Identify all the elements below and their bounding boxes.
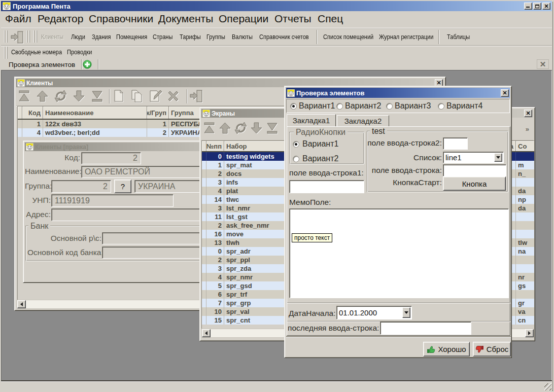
test-group-title: test [370, 127, 387, 136]
menu-item-4[interactable]: Документы [158, 13, 213, 25]
input3-field[interactable] [443, 164, 506, 176]
tab-zakladka1[interactable]: Закладка1 [287, 114, 336, 127]
input2-field[interactable] [443, 137, 468, 150]
unp-field[interactable]: 11191919 [51, 194, 174, 207]
minimize-button[interactable] [524, 3, 532, 10]
refresh-button[interactable] [233, 121, 251, 136]
table-cell [202, 290, 206, 299]
table-cell [202, 161, 206, 169]
gruppa-lookup-button[interactable]: ? [114, 180, 131, 193]
column-header[interactable]: Со [516, 141, 534, 151]
spisok-combobox[interactable]: line1 [443, 152, 504, 163]
toolbar-drag-handle[interactable] [26, 30, 30, 43]
toolbar-button[interactable]: Страны [153, 33, 172, 41]
radio-вариант3[interactable] [386, 103, 393, 110]
toolbar-button[interactable]: Список помещений [323, 33, 373, 41]
nav-first-button[interactable] [17, 89, 34, 104]
window-proverka-elementov[interactable]: Проверка элементов ✕ Вариант1Вариант2Вар… [284, 86, 512, 358]
doc-edit-button[interactable] [148, 89, 165, 104]
radio-вариант4[interactable] [438, 103, 444, 110]
toolbar-button[interactable]: Клиенты [41, 33, 63, 41]
ekrany-title: Экраны [212, 110, 235, 117]
tab-zakladka2[interactable]: Закладка2 [337, 115, 389, 127]
knopka-button[interactable]: Кнопка [443, 176, 506, 191]
reset-button[interactable]: Сброс [473, 342, 511, 357]
scroll-right-button[interactable] [525, 329, 534, 337]
doc-new-button[interactable] [111, 89, 128, 104]
doc-copy-button[interactable] [129, 89, 147, 104]
table-cell: 3 [206, 264, 224, 273]
memo-field[interactable]: просто текст [289, 208, 509, 298]
toolbar-button[interactable]: Люди [71, 33, 85, 41]
maximize-button[interactable] [533, 3, 541, 10]
column-header[interactable]: Наименование [43, 106, 147, 119]
column-header[interactable]: Код [22, 106, 43, 119]
proverka-close-button[interactable]: ✕ [501, 89, 509, 97]
kod-label: Код: [25, 153, 80, 162]
ok-button[interactable]: Хорошо [423, 342, 470, 357]
tabbar-close-button[interactable]: ✕ [537, 59, 549, 69]
nav-down-button[interactable] [249, 121, 266, 136]
table-cell: 7 [206, 299, 224, 307]
nav-last-button[interactable] [90, 89, 107, 104]
toolbar-button[interactable]: Свободные номера [11, 48, 62, 56]
scroll-left-button[interactable] [17, 300, 26, 308]
exit-door-button[interactable] [189, 89, 206, 104]
data-nachala-combobox[interactable]: 01.01.2000 [336, 306, 412, 319]
menu-item-6[interactable]: Отчеты [274, 13, 311, 25]
menu-item-3[interactable]: Справочники [89, 13, 153, 25]
spisok-dropdown-button[interactable] [494, 153, 502, 162]
refresh-button[interactable] [53, 89, 71, 104]
last-input-field[interactable] [380, 322, 471, 335]
column-header[interactable] [18, 106, 22, 119]
nav-up-button[interactable] [218, 121, 235, 136]
nav-up-button[interactable] [35, 89, 52, 104]
menu-item-2[interactable]: Редактор [38, 13, 83, 25]
nav-down-button[interactable] [72, 89, 89, 104]
kod-field[interactable]: 2 [81, 152, 141, 164]
radio-variant1[interactable] [293, 141, 299, 148]
menu-item-5[interactable]: Операции [219, 13, 268, 25]
dropdown-arrow-icon [404, 311, 408, 316]
ekrany-close-button[interactable]: ✕ [524, 110, 532, 117]
table-cell [516, 178, 534, 187]
tab-proverka-elementov[interactable]: Проверка элементов [3, 59, 82, 69]
toolbar-button[interactable]: Группы [206, 33, 225, 41]
table-cell [516, 152, 534, 161]
gruppa-code-field[interactable]: 2 [51, 180, 111, 193]
toolbar-button[interactable]: Здания [92, 33, 111, 41]
column-header[interactable]: №пп [206, 141, 224, 151]
column-header[interactable]: к/Груп [147, 106, 169, 119]
toolbar-button[interactable]: Помещения [116, 33, 147, 41]
scroll-left-button[interactable] [202, 329, 211, 337]
delete-x-button[interactable] [166, 89, 183, 104]
resize-grip[interactable] [544, 383, 551, 390]
close-button[interactable]: ✕ [542, 3, 550, 10]
table-cell: np [516, 195, 534, 204]
nav-last-button[interactable] [265, 121, 282, 136]
nav-first-button[interactable] [202, 121, 219, 136]
menu-item-1[interactable]: Файл [5, 13, 31, 25]
proverka-titlebar[interactable]: Проверка элементов [286, 88, 510, 98]
toolbar-button[interactable]: Тарифы [180, 33, 201, 41]
toolbar-drag-handle[interactable] [4, 30, 8, 43]
add-tab-button[interactable] [77, 59, 98, 69]
input1-field[interactable] [289, 180, 364, 193]
toolbar-drag-handle[interactable] [4, 47, 8, 59]
column-header[interactable] [202, 141, 206, 151]
toolbar-drag-handle[interactable] [33, 30, 38, 43]
radio-вариант1[interactable] [290, 103, 297, 110]
main-titlebar[interactable]: Программа Пента ✕ [1, 1, 552, 11]
radio-вариант2[interactable] [336, 103, 343, 110]
radio-variant2[interactable] [293, 156, 299, 162]
toolbar-button[interactable]: Валюты [232, 33, 253, 41]
data-nachala-dropdown-button[interactable] [402, 307, 410, 318]
exit-door-button[interactable] [10, 30, 25, 44]
toolbar-button[interactable]: Таблицы [447, 33, 470, 41]
data-nachala-label: ДатаНачала: [289, 309, 335, 318]
menu-item-7[interactable]: Спец [318, 13, 343, 25]
toolbar-button[interactable]: Справочник счетов [259, 33, 309, 41]
toolbar-button[interactable]: Проводки [67, 48, 92, 56]
toolbar-button[interactable]: Журнал регистрации [379, 33, 433, 41]
toolbar-overflow-chevron[interactable]: » [526, 125, 529, 133]
